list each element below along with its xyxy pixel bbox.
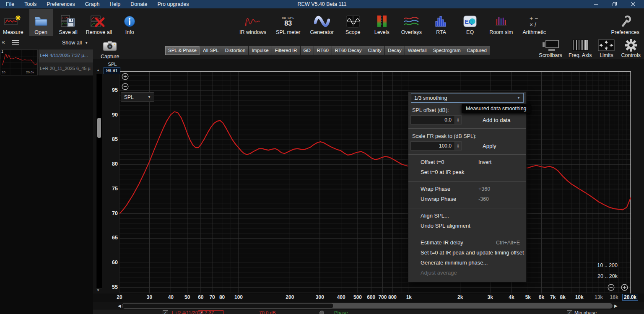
menu-item-label: Set t=0 at IR peak and update timing off… xyxy=(421,249,524,256)
trace-visible-checkbox[interactable]: ✓ xyxy=(163,310,168,314)
scroll-right-icon[interactable]: ▶ xyxy=(614,304,618,308)
show-all-dropdown[interactable]: Show all ▼ xyxy=(62,40,88,46)
scrollbars-button[interactable]: Scrollbars xyxy=(539,39,562,58)
spl-meter-button[interactable]: dB SPL83SPL meter xyxy=(274,9,303,36)
levels-button[interactable]: 0169Levels xyxy=(370,9,394,36)
capture-button[interactable]: Capture xyxy=(101,39,119,60)
phase-toggle[interactable] xyxy=(319,311,324,314)
limits-button[interactable]: Limits xyxy=(598,39,615,58)
tab-spl-phase[interactable]: SPL & Phase xyxy=(165,46,200,55)
min-phase-checkbox[interactable]: ✓ xyxy=(567,310,572,314)
tab-decay[interactable]: Decay xyxy=(385,46,405,55)
tab-rt60-decay[interactable]: RT60 Decay xyxy=(332,46,365,55)
trace-select-dropdown[interactable]: SPL ▼ xyxy=(121,92,154,102)
generator-button[interactable]: Generator xyxy=(308,9,336,36)
zoom-out-icon[interactable] xyxy=(608,284,615,293)
preferences-button[interactable]: Preferences xyxy=(609,9,641,36)
horizontal-scrollbar-thumb[interactable] xyxy=(122,303,334,309)
tab-clarity[interactable]: Clarity xyxy=(365,46,385,55)
tab-captured[interactable]: Captured xyxy=(464,46,490,55)
minimize-button[interactable] xyxy=(587,0,605,8)
tab-all-spl[interactable]: All SPL xyxy=(200,46,222,55)
eq-button[interactable]: EQEQ xyxy=(458,9,482,36)
close-icon xyxy=(631,2,636,7)
measurement-item[interactable]: L+R 20_11_2025 6_45 µ xyxy=(39,62,93,75)
y-tick-label: 65 xyxy=(99,235,118,241)
scale-fr-stepper[interactable]: ▲▼ xyxy=(455,141,462,151)
spl-offset-stepper[interactable]: ▲▼ xyxy=(455,115,462,125)
toolbar-tools-group: IR windowsdB SPL83SPL meterGeneratorScop… xyxy=(237,9,548,36)
tab-waterfall[interactable]: Waterfall xyxy=(405,46,430,55)
arithmetic-label: Arithmetic xyxy=(522,29,546,35)
vertical-scrollbar[interactable] xyxy=(96,74,102,288)
title-bar: FileToolsPreferencesGraphHelpDonatePro u… xyxy=(0,0,644,8)
collapse-sidebar-icon[interactable]: « xyxy=(2,39,5,45)
rew-application-window: FileToolsPreferencesGraphHelpDonatePro u… xyxy=(0,0,644,314)
tab-gd[interactable]: GD xyxy=(301,46,314,55)
horizontal-scrollbar[interactable] xyxy=(122,303,613,309)
smoothing-dropdown[interactable]: 1/3 smoothing ▼ xyxy=(411,93,524,103)
zoom-out-icon[interactable] xyxy=(122,83,129,92)
add-to-data-button[interactable]: Add to data xyxy=(483,117,511,123)
trace-color-selector[interactable]: ✓ xyxy=(198,310,224,314)
menu-item-wrap-phase[interactable]: Wrap Phase+360 xyxy=(408,184,526,194)
range-20-20k-button[interactable]: 20 .. 20k xyxy=(588,273,618,279)
menu-item-value[interactable]: Invert xyxy=(478,157,491,167)
x-tick-label: 700 xyxy=(378,294,387,300)
controls-button[interactable]: Controls xyxy=(621,39,641,58)
ir-windows-button[interactable]: IR windows xyxy=(237,9,268,36)
x-tick-label: 6k xyxy=(539,294,544,300)
remove-all-button[interactable]: Remove all xyxy=(84,9,114,36)
spl-frequency-chart[interactable] xyxy=(119,71,631,293)
tab-spectrogram[interactable]: Spectrogram xyxy=(430,46,464,55)
scroll-left-icon[interactable]: ◀ xyxy=(118,304,121,308)
scale-fr-input[interactable]: 100.0 xyxy=(410,141,455,151)
menu-item-adjust-average: Adjust average xyxy=(408,268,526,278)
menu-item-estimate-ir-delay[interactable]: Estimate IR delayCtrl+Alt+E xyxy=(408,238,526,248)
tab-impulse[interactable]: Impulse xyxy=(249,46,272,55)
restore-button[interactable] xyxy=(605,0,624,8)
menu-item-offset-t-0[interactable]: Offset t=0Invert xyxy=(408,157,526,167)
measurement-item[interactable]: L+R 4/11/2025 7:37 μ... xyxy=(39,49,93,62)
rta-button[interactable]: RTA xyxy=(429,9,453,36)
range-10-200-button[interactable]: 10 .. 200 xyxy=(588,262,618,268)
menu-item-label: Estimate IR delay xyxy=(421,239,463,246)
y-tick-label: 95 xyxy=(99,87,118,93)
tab-distortion[interactable]: Distortion xyxy=(222,46,249,55)
zoom-in-icon[interactable] xyxy=(122,73,129,82)
arithmetic-button[interactable]: + −× /Arithmetic xyxy=(520,9,548,36)
vertical-scrollbar-thumb[interactable] xyxy=(97,118,101,138)
y-tick-label: 70 xyxy=(99,210,118,216)
close-button[interactable] xyxy=(624,0,642,8)
menu-item-generate-minimum-phase[interactable]: Generate minimum phase... xyxy=(408,258,526,268)
y-axis-max-field[interactable]: 98.91 xyxy=(104,67,120,74)
menu-item-undo-spl-alignment[interactable]: Undo SPL alignment xyxy=(408,221,526,231)
info-icon xyxy=(124,14,135,29)
spl-meter-units: dB SPL xyxy=(282,16,294,20)
apply-button[interactable]: Apply xyxy=(483,143,496,149)
scope-button[interactable]: Scope xyxy=(341,9,365,36)
y-tick-label: 90 xyxy=(99,112,118,118)
menu-item-unwrap-phase[interactable]: Unwrap Phase-360 xyxy=(408,194,526,204)
menu-item-set-t-0-at-ir-peak[interactable]: Set t=0 at IR peak xyxy=(408,167,526,177)
tab-filtered-ir[interactable]: Filtered IR xyxy=(272,46,301,55)
spl-offset-input[interactable]: 0.0 xyxy=(410,115,455,125)
info-button[interactable]: Info xyxy=(118,9,141,36)
measure-button[interactable]: Measure xyxy=(1,9,26,36)
zoom-in-icon[interactable] xyxy=(621,284,628,293)
freq-axis-button[interactable]: Freq. Axis xyxy=(569,39,592,58)
x-tick-label: 10k xyxy=(575,294,584,300)
scroll-up-icon[interactable]: ▲ xyxy=(96,68,100,72)
room-sim-button[interactable]: Room sim xyxy=(487,9,515,36)
open-button[interactable]: Open xyxy=(29,9,53,36)
x-tick-label: 16k xyxy=(610,294,618,300)
x-tick-label[interactable]: 20.0k xyxy=(622,294,638,301)
measurement-menu-icon[interactable] xyxy=(12,40,19,47)
overlays-icon xyxy=(403,14,419,29)
menu-item-set-t-0-at-ir-peak-and-update-timing-offset[interactable]: Set t=0 at IR peak and update timing off… xyxy=(408,248,526,258)
save-all-button[interactable]: Save all xyxy=(57,9,80,36)
overlays-button[interactable]: Overlays xyxy=(399,9,424,36)
menu-item-align-spl[interactable]: Align SPL... xyxy=(408,211,526,221)
spl-meter-icon: dB SPL83 xyxy=(282,14,294,29)
tab-rt60[interactable]: RT60 xyxy=(314,46,332,55)
